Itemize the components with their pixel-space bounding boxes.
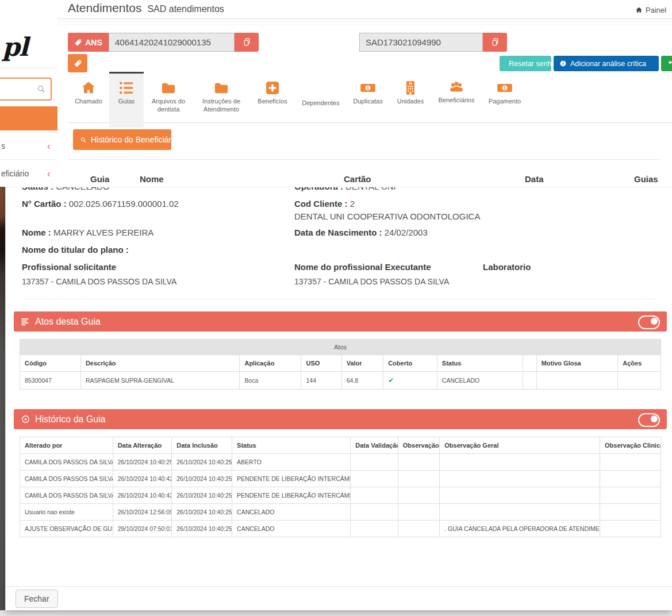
tab-duplicatas[interactable]: 1 Duplicatas <box>346 72 390 128</box>
reset-password-button[interactable]: Resetar senha <box>500 56 551 71</box>
tab-arquivos-do-dentista[interactable]: Arquivos do dentista <box>144 72 193 128</box>
page-subtitle: SAD atendimentos <box>147 4 224 14</box>
sidebar-active-item[interactable] <box>0 106 57 130</box>
hist-cell: CAMILA DOS PASSOS DA SILVA <box>20 487 113 504</box>
tab-label: Unidades <box>390 98 431 106</box>
sidebar-item-label: eficiário <box>1 169 29 178</box>
search-icon <box>80 136 87 144</box>
prof-solicitante-label: Profissional solicitante <box>22 262 116 272</box>
hist-cell <box>351 504 398 521</box>
sidebar-item-top[interactable]: s ‹ <box>0 132 57 159</box>
hist-col-data-alteracao: Data Alteração <box>113 437 172 454</box>
historico-section-title: Histórico da Guia <box>35 414 106 425</box>
beneficiary-history-button[interactable]: Histórico do Beneficiár <box>73 129 171 150</box>
sad-number-input[interactable] <box>359 33 483 52</box>
tab-label: Benefícios <box>249 98 295 106</box>
svg-text:1: 1 <box>367 85 370 91</box>
ans-copy-button[interactable] <box>235 33 259 52</box>
chevron-left-icon: ‹ <box>47 141 51 151</box>
atos-cell-descricao: RASPAGEM SUPRA-GENGIVAL <box>80 372 240 390</box>
hist-cell: 26/10/2024 10:40:25 <box>172 487 232 504</box>
svg-text:H: H <box>409 82 412 86</box>
atos-cell-codigo: 85300047 <box>20 372 81 390</box>
laboratorio-label-text: Laboratorio <box>483 262 531 272</box>
folder-icon <box>160 80 176 96</box>
breadcrumb-home-label: Painel <box>646 6 666 14</box>
hist-cell <box>351 471 398 487</box>
birth-date: Data de Nascimento : 24/02/2003 <box>294 228 428 237</box>
tab-label: Dependentes <box>295 99 346 107</box>
atos-toggle[interactable] <box>638 315 660 329</box>
client-company: DENTAL UNI COOPERATIVA ODONTOLOGICA <box>294 211 480 221</box>
historico-header-row: Alterado por Data Alteração Data Inclusã… <box>20 437 661 454</box>
atos-header-row: Código Descrição Aplicação USO Valor Cob… <box>20 355 661 372</box>
chevron-left-icon: ‹ <box>47 168 51 179</box>
tab-instrucoes-de-atendimento[interactable]: Instruções de Atendimento <box>193 72 249 128</box>
tab-unidades[interactable]: H Unidades <box>390 72 431 128</box>
page-header: AtendimentosSAD atendimentos Painel <box>0 0 672 19</box>
atos-cell-acoes <box>618 372 661 390</box>
tab-beneficios[interactable]: Benefícios <box>249 72 295 128</box>
ans-badge-label: ANS <box>85 38 102 47</box>
prof-executante-value: 137357 - CAMILA DOS PASSOS DA SILVA <box>294 277 449 286</box>
hist-cell <box>440 454 600 471</box>
atos-cell-uso: 144 <box>301 372 341 390</box>
sad-copy-button[interactable] <box>483 33 507 52</box>
tab-beneficiarios[interactable]: Beneficiários <box>431 72 482 128</box>
search-input[interactable] <box>0 84 37 94</box>
ans-number-input[interactable] <box>109 33 235 52</box>
plan-holder-label: Nome do titular do plano : <box>22 245 129 255</box>
historico-toggle[interactable] <box>638 413 660 427</box>
sidebar-item-beneficiario[interactable]: eficiário ‹ <box>0 159 57 187</box>
close-button[interactable]: Fechar <box>16 590 58 608</box>
list-lines-icon <box>21 317 30 326</box>
historico-section-header: Histórico da Guia <box>14 409 667 429</box>
prof-executante-label: Nome do profissional Executante <box>294 262 431 272</box>
plan-holder: Nome do titular do plano : <box>22 245 129 255</box>
birth-date-label: Data de Nascimento : <box>294 228 382 237</box>
atos-cell-empty <box>523 372 536 390</box>
add-critical-analysis-label: Adicionar análise crítica <box>570 60 646 68</box>
info-icon <box>559 60 567 67</box>
hist-cell <box>351 487 398 504</box>
atos-section-title: Atos desta Guia <box>35 317 101 327</box>
tab-dependentes[interactable]: Dependentes <box>295 72 346 128</box>
sidebar: pl s ‹ eficiário ‹ <box>0 18 57 187</box>
beneficiary-history-label: Histórico do Beneficiár <box>91 135 171 144</box>
tab-label: Chamado <box>68 98 109 106</box>
list-icon <box>118 80 135 96</box>
cod-cliente-label: Cod Cliente : <box>294 199 348 209</box>
atos-cell-valor: 64.8 <box>341 372 383 390</box>
hist-cell: CAMILA DOS PASSOS DA SILVA <box>20 471 113 487</box>
tab-pagamento[interactable]: 1 Pagamento <box>482 72 528 128</box>
folder-icon <box>213 80 229 96</box>
hist-cell: 26/10/2024 10:40:25 <box>172 521 232 537</box>
hist-cell: Usuario nao existe <box>20 504 113 521</box>
atos-col-codigo: Código <box>20 355 81 372</box>
hist-cell: AJUSTE OBSERVAÇÃO DE GUIA <box>20 521 113 537</box>
card-number-value: 002.025.0671159.000001.02 <box>69 199 179 209</box>
search-icon <box>37 84 46 94</box>
hist-cell: 26/10/2024 10:40:25 <box>172 471 232 487</box>
sidebar-item-label: s <box>1 141 5 151</box>
app-logo: pl <box>2 32 27 61</box>
tab-label: Arquivos do dentista <box>144 98 193 114</box>
hist-cell <box>351 454 398 471</box>
cod-cliente: Cod Cliente : 2 <box>294 199 355 209</box>
atos-group-header: Atos <box>20 340 661 355</box>
backdrop-bottom <box>0 610 672 616</box>
tab-guias[interactable]: Guias <box>109 72 144 128</box>
return-button[interactable] <box>661 56 672 71</box>
add-critical-analysis-button[interactable]: Adicionar análise crítica <box>554 56 659 71</box>
panel-divider <box>68 159 662 160</box>
tag-button[interactable] <box>68 54 87 72</box>
atos-row: 85300047 RASPAGEM SUPRA-GENGIVAL Boca 14… <box>20 372 661 390</box>
atos-col-descricao: Descrição <box>80 355 240 372</box>
guide-toolbar-panel: ANS Resetar senha Adicionar análise crít… <box>6 25 672 187</box>
tab-chamado[interactable]: Chamado <box>68 72 109 128</box>
atos-col-aplicacao: Aplicação <box>240 355 301 372</box>
divider <box>22 299 656 299</box>
historico-table: Alterado por Data Alteração Data Inclusã… <box>20 437 661 537</box>
hist-cell <box>600 471 661 487</box>
breadcrumb[interactable]: Painel <box>635 6 672 14</box>
